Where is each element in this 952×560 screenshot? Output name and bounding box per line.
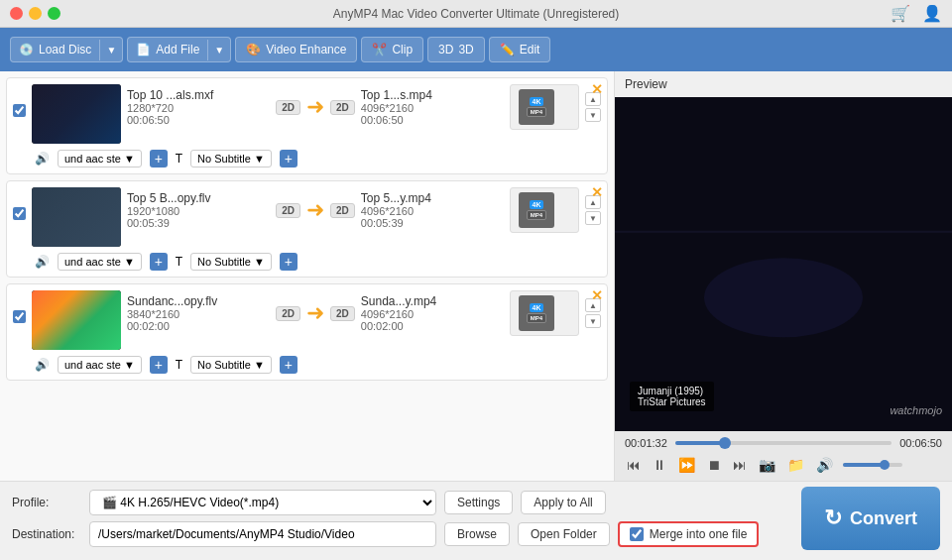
add-file-arrow[interactable]: ▼	[207, 40, 230, 60]
user-icon[interactable]: 👤	[922, 4, 942, 23]
file-item-1-bottom: 🔊 und aac ste ▼ + T No Subtitle ▼ +	[13, 150, 601, 168]
arrow-icon-2: ➜	[306, 197, 324, 223]
file-src-dims-2: 1920*1080	[127, 205, 270, 217]
close-item-2[interactable]: ✕	[591, 185, 603, 199]
close-item-3[interactable]: ✕	[591, 288, 603, 302]
subtitle-select-2[interactable]: No Subtitle ▼	[190, 253, 272, 271]
file-out-name-2: Top 5...y.mp4	[361, 191, 504, 205]
file-item-1-top: Top 10 ...als.mxf 1280*720 00:06:50 2D ➜…	[13, 84, 601, 144]
add-file-button[interactable]: 📄 Add File	[128, 38, 207, 61]
volume-fill	[843, 463, 885, 467]
open-folder-button[interactable]: Open Folder	[518, 522, 610, 546]
progress-track[interactable]	[675, 441, 892, 445]
3d-icon: 3D	[438, 43, 453, 56]
output-format-2[interactable]: 4K MP4	[510, 187, 579, 233]
scroll-down-1[interactable]: ▼	[585, 108, 601, 122]
stop-button[interactable]: ⏹	[705, 455, 723, 475]
destination-label: Destination:	[12, 527, 81, 541]
merge-checkbox-area[interactable]: Merge into one file	[618, 521, 760, 547]
file-src-dims-1: 1280*720	[127, 102, 270, 114]
3d-button[interactable]: 3D 3D	[427, 37, 485, 62]
apply-all-button[interactable]: Apply to All	[521, 491, 605, 514]
file-item-2-top: Top 5 B...opy.flv 1920*1080 00:05:39 2D …	[13, 187, 601, 247]
preview-controls: 00:01:32 00:06:50 ⏮ ⏸ ⏩ ⏹ ⏭ 📷 📁 🔊	[615, 431, 952, 481]
close-button[interactable]	[10, 7, 23, 20]
scroll-down-3[interactable]: ▼	[585, 314, 601, 328]
audio-add-2[interactable]: +	[150, 253, 168, 271]
badge-2d-out-1: 2D	[330, 100, 355, 115]
audio-arrow-3: ▼	[124, 359, 135, 371]
video-enhance-button[interactable]: 🎨 Video Enhance	[235, 37, 357, 62]
screenshot-button[interactable]: 📷	[757, 455, 777, 475]
subtitle-icon-2: T	[176, 255, 182, 269]
destination-input[interactable]	[89, 521, 436, 547]
minimize-button[interactable]	[29, 7, 42, 20]
file-out-details-2: Top 5...y.mp4 4096*2160 00:05:39	[361, 191, 504, 229]
file-out-details-1: Top 1...s.mp4 4096*2160 00:06:50	[361, 88, 504, 126]
subtitle-icon-3: T	[176, 358, 182, 372]
file-info-3: Sundanc...opy.flv 3840*2160 00:02:00 2D …	[127, 290, 601, 336]
audio-select-1[interactable]: und aac ste ▼	[58, 150, 142, 168]
audio-select-2[interactable]: und aac ste ▼	[58, 253, 142, 271]
enhance-icon: 🎨	[246, 43, 261, 56]
folder-button[interactable]: 📁	[785, 455, 806, 475]
scissors-icon: ✂️	[372, 43, 387, 56]
browse-button[interactable]: Browse	[444, 522, 510, 546]
file-checkbox-2[interactable]	[13, 207, 26, 220]
pause-button[interactable]: ⏸	[651, 455, 668, 475]
subtitle-arrow-2: ▼	[254, 256, 265, 268]
format-top-1: 4K	[530, 97, 544, 106]
file-checkbox-3[interactable]	[13, 310, 26, 323]
audio-add-1[interactable]: +	[150, 150, 168, 168]
file-out-duration-1: 00:06:50	[361, 114, 504, 126]
file-out-duration-3: 00:02:00	[361, 320, 504, 332]
settings-button[interactable]: Settings	[444, 491, 513, 514]
volume-thumb	[880, 460, 890, 470]
close-item-1[interactable]: ✕	[591, 82, 603, 96]
disc-icon: 💿	[19, 43, 34, 56]
preview-panel: Preview Jumanji (1995) TriStar Pictures …	[615, 71, 952, 481]
maximize-button[interactable]	[48, 7, 60, 20]
audio-add-3[interactable]: +	[150, 356, 168, 374]
add-file-dropdown[interactable]: 📄 Add File ▼	[127, 37, 231, 62]
cart-icon[interactable]: 🛒	[891, 4, 910, 23]
clip-button[interactable]: ✂️ Clip	[361, 37, 423, 62]
subtitle-add-3[interactable]: +	[280, 356, 298, 374]
audio-select-3[interactable]: und aac ste ▼	[58, 356, 142, 374]
arrow-icon-1: ➜	[306, 94, 324, 120]
badge-2d-src-2: 2D	[276, 203, 300, 218]
progress-bar-row: 00:01:32 00:06:50	[625, 437, 942, 449]
svg-point-1	[704, 258, 863, 337]
output-format-3[interactable]: 4K MP4	[510, 290, 579, 336]
fast-forward-button[interactable]: ⏩	[676, 455, 697, 475]
badge-2d-out-2: 2D	[330, 203, 355, 218]
file-src-duration-3: 00:02:00	[127, 320, 270, 332]
audio-icon-1: 🔊	[35, 152, 50, 166]
scroll-down-2[interactable]: ▼	[585, 211, 601, 225]
window-controls[interactable]	[10, 7, 60, 20]
edit-button[interactable]: ✏️ Edit	[489, 37, 551, 62]
subtitle-add-2[interactable]: +	[280, 253, 298, 271]
progress-fill	[675, 441, 725, 445]
merge-checkbox[interactable]	[630, 527, 644, 541]
load-disc-button[interactable]: 💿 Load Disc	[11, 38, 99, 61]
volume-button[interactable]: 🔊	[814, 455, 835, 475]
file-item-3-bottom: 🔊 und aac ste ▼ + T No Subtitle ▼ +	[13, 356, 601, 374]
file-src-dims-3: 3840*2160	[127, 308, 270, 320]
file-checkbox-1[interactable]	[13, 104, 26, 117]
skip-forward-button[interactable]: ⏭	[731, 455, 749, 475]
subtitle-value-1: No Subtitle	[197, 153, 251, 165]
convert-button[interactable]: ↻ Convert	[801, 487, 940, 550]
load-disc-arrow[interactable]: ▼	[99, 40, 122, 60]
format-bot-1: MP4	[527, 107, 546, 117]
subtitle-add-1[interactable]: +	[280, 150, 298, 168]
output-format-1[interactable]: 4K MP4	[510, 84, 579, 130]
subtitle-select-3[interactable]: No Subtitle ▼	[190, 356, 272, 374]
skip-back-button[interactable]: ⏮	[625, 455, 643, 475]
load-disc-dropdown[interactable]: 💿 Load Disc ▼	[10, 37, 123, 62]
file-item-3: ✕ Sundanc...opy.flv 3840*2160 00:02:00 2…	[6, 283, 608, 381]
volume-track[interactable]	[843, 463, 902, 467]
format-bot-2: MP4	[527, 210, 546, 220]
profile-select[interactable]: 🎬 4K H.265/HEVC Video(*.mp4)	[89, 490, 436, 515]
subtitle-select-1[interactable]: No Subtitle ▼	[190, 150, 272, 168]
